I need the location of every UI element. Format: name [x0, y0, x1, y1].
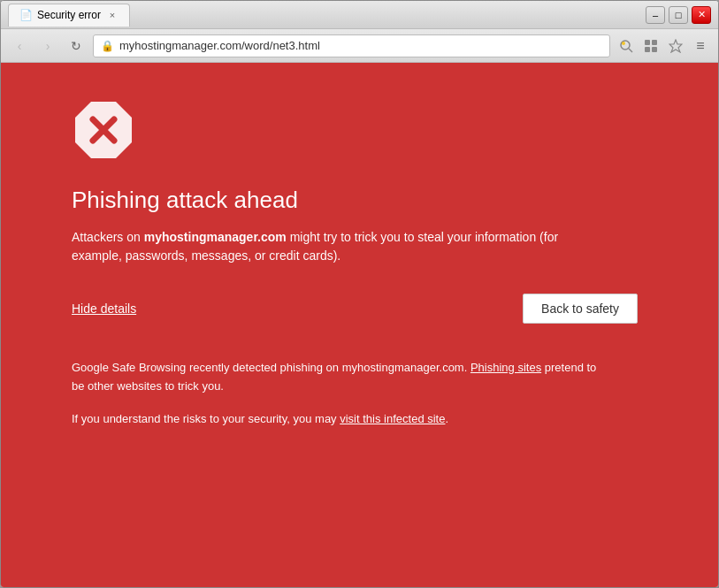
visit-infected-site-link[interactable]: visit this infected site — [340, 412, 445, 425]
reload-button[interactable]: ↻ — [65, 34, 88, 57]
tab-label: Security error — [37, 9, 101, 21]
details-paragraph-1: Google Safe Browsing recently detected p… — [72, 359, 602, 396]
page-heading: Phishing attack ahead — [72, 187, 647, 214]
search-icon-button[interactable] — [616, 35, 637, 57]
domain-name: myhostingmanager.com — [144, 230, 287, 244]
maximize-button[interactable]: □ — [669, 6, 688, 24]
details-line2-before: If you understand the risks to your secu… — [72, 412, 340, 425]
tab-page-icon: 📄 — [19, 9, 32, 21]
minimize-button[interactable]: – — [646, 6, 665, 24]
back-to-safety-button[interactable]: Back to safety — [523, 294, 638, 324]
close-button[interactable]: ✕ — [692, 6, 711, 24]
hide-details-link[interactable]: Hide details — [72, 302, 136, 316]
phishing-warning-icon — [72, 98, 135, 162]
svg-point-0 — [621, 41, 630, 50]
svg-rect-5 — [645, 47, 650, 52]
star-icon[interactable] — [665, 35, 686, 57]
svg-rect-3 — [645, 40, 650, 45]
svg-rect-6 — [652, 47, 657, 52]
svg-line-1 — [629, 49, 632, 52]
phishing-sites-link[interactable]: Phishing sites — [470, 361, 541, 374]
error-page-content: Phishing attack ahead Attackers on myhos… — [1, 63, 718, 587]
page-description: Attackers on myhostingmanager.com might … — [72, 228, 585, 265]
titlebar-left: 📄 Security error × — [8, 4, 130, 27]
browser-window: 📄 Security error × – □ ✕ ‹ › ↻ 🔒 — [0, 0, 719, 588]
address-bar[interactable]: 🔒 — [93, 34, 610, 57]
forward-button[interactable]: › — [36, 34, 59, 57]
details-line2-after: . — [445, 412, 448, 425]
titlebar: 📄 Security error × – □ ✕ — [1, 1, 718, 29]
svg-rect-4 — [652, 40, 657, 45]
browser-tab[interactable]: 📄 Security error × — [8, 4, 130, 27]
svg-point-2 — [622, 42, 625, 45]
details-line1-before: Google Safe Browsing recently detected p… — [72, 361, 470, 374]
details-section: Google Safe Browsing recently detected p… — [72, 359, 602, 442]
browser-toolbar: ‹ › ↻ 🔒 — [1, 29, 718, 63]
bookmark-manager-icon[interactable] — [640, 35, 662, 57]
page-icon: 🔒 — [101, 40, 114, 52]
action-row: Hide details Back to safety — [72, 294, 638, 324]
menu-button[interactable]: ≡ — [690, 35, 711, 57]
url-input[interactable] — [119, 39, 602, 52]
back-button[interactable]: ‹ — [8, 34, 31, 57]
window-controls: – □ ✕ — [646, 6, 711, 24]
details-paragraph-2: If you understand the risks to your secu… — [72, 410, 602, 429]
tab-close-button[interactable]: × — [106, 9, 119, 21]
toolbar-icons: ≡ — [616, 35, 711, 57]
svg-marker-7 — [669, 40, 682, 52]
description-before: Attackers on — [72, 230, 144, 244]
